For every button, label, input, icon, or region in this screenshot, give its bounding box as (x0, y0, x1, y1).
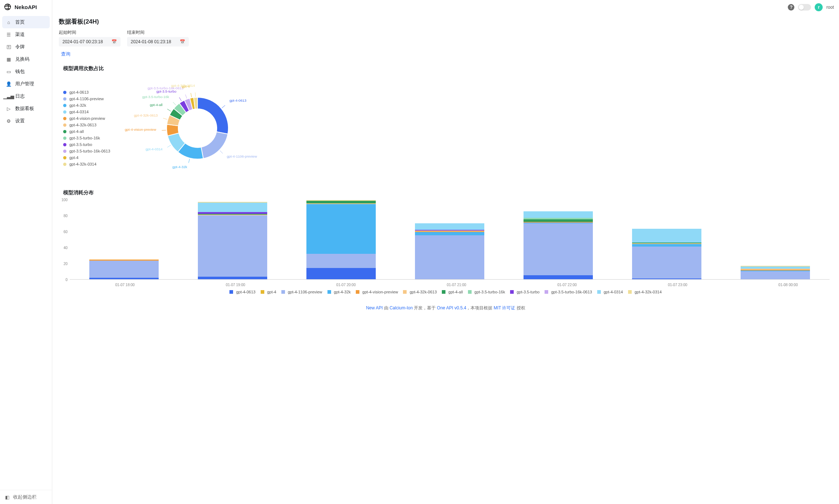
calendar-icon: 📅 (180, 39, 185, 44)
sidebar-item-label: 钱包 (15, 68, 25, 75)
legend-item[interactable]: gpt-4-all (63, 129, 110, 134)
filters: 起始时间 2024-01-07 00:23:18 📅 结束时间 2024-01-… (59, 29, 832, 46)
slice-label: gpt-4-32k (172, 165, 187, 169)
footer-link-author[interactable]: Calcium-Ion (390, 305, 413, 310)
legend-label: gpt-4-all (448, 290, 463, 294)
legend-label: gpt-4-0314 (69, 110, 89, 114)
legend-item[interactable]: gpt-4-0613 (63, 90, 110, 94)
logo-icon (4, 3, 12, 11)
sidebar-item-gear[interactable]: ⚙设置 (2, 115, 50, 127)
svg-line-10 (185, 94, 187, 98)
slice-label: gpt-3.5-turbo-16k (142, 95, 169, 99)
sidebar-item-key[interactable]: ⚿令牌 (2, 41, 50, 53)
legend-label: gpt-3.5-turbo-16k (69, 136, 100, 140)
bar-segment (741, 267, 810, 269)
bar-legend-item[interactable]: gpt-3.5-turbo-16k-0613 (545, 290, 592, 294)
y-tick: 100 (61, 198, 68, 202)
sidebar-item-home[interactable]: ⌂首页 (2, 16, 50, 28)
end-label: 结束时间 (127, 29, 189, 36)
bar-legend-item[interactable]: gpt-3.5-turbo-16k (468, 290, 505, 294)
x-tick: 01-07 23:00 (668, 283, 687, 287)
y-tick: 0 (65, 278, 68, 282)
end-time-input[interactable]: 2024-01-08 01:23:18 📅 (127, 37, 189, 46)
legend-item[interactable]: gpt-4 (63, 155, 110, 160)
bar-legend: gpt-4-0613gpt-4gpt-4-1106-previewgpt-4-3… (59, 290, 832, 294)
collapse-sidebar[interactable]: ◧ 收起侧边栏 (0, 490, 52, 504)
slice-label: gpt-4-vision-preview (125, 127, 156, 131)
sidebar-item-label: 渠道 (15, 31, 25, 38)
legend-item[interactable]: gpt-4-1106-preview (63, 97, 110, 101)
bar-segment (524, 275, 593, 279)
legend-label: gpt-4-all (69, 129, 84, 134)
bar-column[interactable] (89, 259, 159, 279)
footer-link-mit[interactable]: MIT 许可证 (494, 305, 516, 310)
legend-item[interactable]: gpt-4-32k-0613 (63, 123, 110, 127)
donut-chart: gpt-4-0613gpt-4-1106-previewgpt-4-32kgpt… (121, 76, 274, 181)
plot-area (70, 200, 830, 280)
legend-swatch (356, 290, 359, 294)
nav: ⌂首页☰渠道⚿令牌▦兑换码▭钱包👤用户管理▁▃▅日志▷数据看板⚙设置 (0, 14, 52, 490)
bar-legend-item[interactable]: gpt-4 (261, 290, 276, 294)
footer-link-newapi[interactable]: New API (366, 305, 383, 310)
sidebar-item-bars[interactable]: ▁▃▅日志 (2, 90, 50, 102)
bar-column[interactable] (741, 266, 810, 279)
legend-label: gpt-3.5-turbo (69, 142, 92, 147)
legend-item[interactable]: gpt-4-0314 (63, 110, 110, 114)
bar-segment (415, 223, 484, 230)
bar-column[interactable] (632, 229, 701, 279)
legend-item[interactable]: gpt-3.5-turbo-16k (63, 136, 110, 140)
legend-dot (63, 163, 66, 166)
start-label: 起始时间 (59, 29, 121, 36)
bar-segment (198, 277, 267, 279)
help-icon[interactable]: ? (788, 4, 794, 11)
theme-toggle[interactable] (798, 4, 811, 11)
x-tick: 01-07 20:00 (336, 283, 355, 287)
bar-column[interactable] (306, 200, 376, 279)
bar-legend-item[interactable]: gpt-4-1106-preview (281, 290, 322, 294)
bar-column[interactable] (198, 202, 267, 279)
legend-dot (63, 143, 66, 146)
bar-legend-item[interactable]: gpt-4-0613 (229, 290, 255, 294)
legend-label: gpt-4-vision-preview (362, 290, 398, 294)
donut-slice[interactable] (201, 132, 228, 159)
bar-column[interactable] (524, 211, 593, 279)
bar-legend-item[interactable]: gpt-4-32k-0613 (403, 290, 437, 294)
legend-label: gpt-4-0613 (236, 290, 255, 294)
bar-legend-item[interactable]: gpt-4-32k (327, 290, 351, 294)
legend-label: gpt-4 (267, 290, 276, 294)
bar-legend-item[interactable]: gpt-4-32k-0314 (628, 290, 662, 294)
bar-segment (415, 232, 484, 235)
svg-line-2 (220, 151, 223, 154)
sidebar-item-gift[interactable]: ▦兑换码 (2, 53, 50, 65)
sidebar-item-user[interactable]: 👤用户管理 (2, 78, 50, 90)
donut-slice[interactable] (197, 97, 228, 134)
legend-item[interactable]: gpt-3.5-turbo (63, 142, 110, 147)
donut-area: gpt-4-0613gpt-4-1106-previewgpt-4-32kgpt… (59, 76, 832, 181)
bar-legend-item[interactable]: gpt-4-0314 (597, 290, 623, 294)
legend-item[interactable]: gpt-4-32k-0314 (63, 162, 110, 166)
legend-label: gpt-4-1106-preview (69, 97, 104, 101)
end-value: 2024-01-08 01:23:18 (131, 39, 171, 44)
play-icon: ▷ (6, 106, 12, 111)
bar-legend-item[interactable]: gpt-3.5-turbo (510, 290, 539, 294)
legend-dot (63, 137, 66, 140)
sidebar-item-layers[interactable]: ☰渠道 (2, 28, 50, 41)
query-button[interactable]: 查询 (59, 49, 73, 59)
legend-swatch (403, 290, 407, 294)
legend-item[interactable]: gpt-4-32k (63, 103, 110, 107)
footer-link-oneapi[interactable]: One API v0.5.4 (437, 305, 467, 310)
bar-column[interactable] (415, 223, 484, 279)
bar-card: 模型消耗分布 020406080100 01-07 18:0001-07 19:… (59, 190, 832, 294)
bar-legend-item[interactable]: gpt-4-vision-preview (356, 290, 398, 294)
legend-item[interactable]: gpt-4-vision-preview (63, 116, 110, 121)
sidebar-item-wallet[interactable]: ▭钱包 (2, 65, 50, 78)
legend-dot (63, 110, 66, 114)
donut-legend: gpt-4-0613gpt-4-1106-previewgpt-4-32kgpt… (63, 90, 110, 166)
avatar[interactable]: r (815, 3, 823, 11)
start-time-input[interactable]: 2024-01-07 00:23:18 📅 (59, 37, 121, 46)
bar-legend-item[interactable]: gpt-4-all (442, 290, 463, 294)
sidebar-item-play[interactable]: ▷数据看板 (2, 102, 50, 115)
legend-label: gpt-4-32k (69, 103, 86, 107)
legend-item[interactable]: gpt-3.5-turbo-16k-0613 (63, 149, 110, 153)
collapse-icon: ◧ (5, 495, 9, 500)
